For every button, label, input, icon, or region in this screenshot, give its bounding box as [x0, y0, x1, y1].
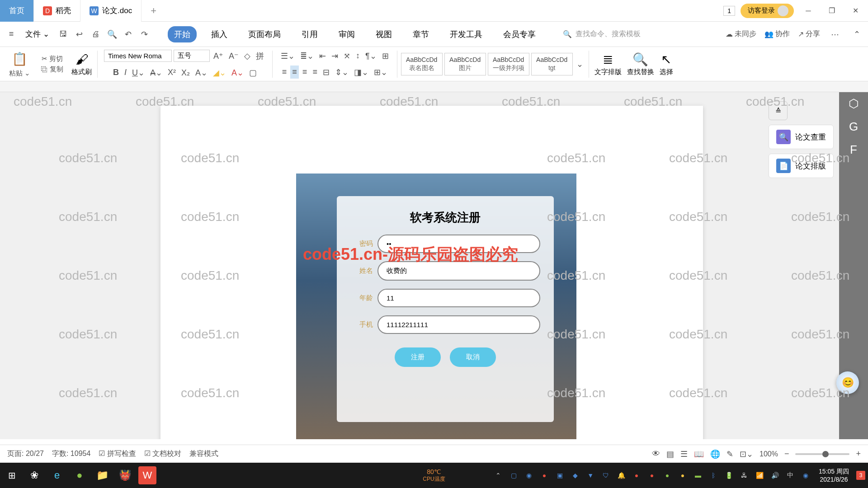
char-border-icon[interactable]: ▢: [247, 66, 259, 80]
side-toggle-button[interactable]: ≙: [769, 101, 788, 120]
copy-button[interactable]: ⿻复制: [39, 64, 65, 75]
start-button[interactable]: ⊞: [3, 466, 21, 484]
tray-battery-icon[interactable]: 🔋: [723, 469, 735, 481]
menu-tab-review[interactable]: 审阅: [332, 26, 361, 42]
taskbar-explorer[interactable]: 📁: [93, 466, 111, 484]
phonetic-icon[interactable]: 拼: [254, 49, 266, 63]
decrease-indent-icon[interactable]: ⇤: [317, 49, 328, 63]
save-icon[interactable]: 🖫: [57, 28, 70, 41]
taskbar-clock[interactable]: 15:05 周四 2021/8/26: [815, 467, 853, 483]
numbering-icon[interactable]: ≣⌄: [298, 49, 316, 63]
increase-indent-icon[interactable]: ⇥: [330, 49, 340, 63]
tray-icon-1[interactable]: ▢: [508, 469, 519, 481]
align-left-icon[interactable]: ≡: [280, 66, 289, 79]
italic-icon[interactable]: I: [123, 66, 128, 79]
tray-icon-9[interactable]: ●: [661, 469, 673, 481]
tray-network-icon[interactable]: 🖧: [738, 469, 750, 481]
more-icon[interactable]: ⋯: [828, 28, 842, 41]
file-menu[interactable]: 文件 ⌄: [21, 27, 54, 41]
menu-tab-chapter[interactable]: 章节: [406, 26, 435, 42]
spell-check-toggle[interactable]: ☑ 拼写检查: [99, 449, 136, 459]
tray-icon-4[interactable]: ▣: [554, 469, 566, 481]
para-mark-icon[interactable]: ¶⌄: [363, 49, 378, 63]
bold-icon[interactable]: B: [111, 66, 121, 79]
clear-format-icon[interactable]: ◇: [242, 49, 252, 63]
tray-icon-2[interactable]: ◉: [523, 469, 535, 481]
ruler[interactable]: [0, 81, 868, 92]
collapse-icon[interactable]: ⌃: [850, 28, 863, 41]
tray-icon-3[interactable]: ●: [538, 469, 550, 481]
right-tool-1[interactable]: ⬡: [849, 97, 859, 111]
tray-icon-5[interactable]: ◆: [569, 469, 581, 481]
tray-shield-icon[interactable]: 🛡: [600, 469, 612, 481]
font-color-icon[interactable]: A⌄: [230, 66, 245, 80]
window-count[interactable]: 1: [723, 6, 735, 16]
style-2[interactable]: AaBbCcDd图片: [444, 53, 486, 75]
style-1[interactable]: AaBbCcDd表名图名: [401, 53, 443, 75]
tab-add-button[interactable]: +: [142, 5, 165, 17]
cut-button[interactable]: ✂剪切: [40, 54, 65, 64]
guest-login-button[interactable]: 访客登录: [741, 4, 794, 18]
asian-layout-icon[interactable]: ⤧: [342, 49, 352, 63]
text-effect-icon[interactable]: A⌄: [193, 66, 209, 80]
find-replace-button[interactable]: 🔍查找替换: [625, 52, 656, 76]
web-view-icon[interactable]: 🌐: [710, 449, 720, 459]
subscript-icon[interactable]: X₂: [179, 66, 192, 80]
undo-icon[interactable]: ↶: [122, 28, 135, 41]
tray-icon-10[interactable]: ●: [677, 469, 689, 481]
font-name-select[interactable]: [104, 50, 172, 62]
superscript-icon[interactable]: X²: [166, 66, 178, 79]
taskbar-ie[interactable]: e: [48, 466, 66, 484]
outline-view-icon[interactable]: ☰: [680, 449, 688, 459]
font-size-select[interactable]: [174, 50, 210, 62]
menu-tab-layout[interactable]: 页面布局: [242, 26, 287, 42]
styles-more-icon[interactable]: ⌄: [575, 57, 585, 71]
underline-icon[interactable]: U⌄: [130, 66, 146, 80]
tray-ime-icon[interactable]: 中: [784, 469, 796, 481]
style-3[interactable]: AaBbCcDd一级并列项: [488, 53, 529, 75]
page-number[interactable]: 页面: 20/27: [7, 449, 44, 459]
sort-icon[interactable]: ↕: [354, 49, 362, 62]
menu-tab-view[interactable]: 视图: [369, 26, 398, 42]
embedded-image[interactable]: 软考系统注册 密码 •• 姓名 收费的 年龄 11 手机 11112211111: [296, 174, 576, 439]
text-layout-button[interactable]: ≣文字排版: [593, 52, 623, 76]
highlight-icon[interactable]: ◢⌄: [211, 66, 228, 80]
zoom-in-button[interactable]: +: [856, 449, 861, 459]
align-justify-icon[interactable]: ≡: [311, 66, 319, 79]
fit-icon[interactable]: ⊡⌄: [740, 449, 753, 459]
tray-icon-12[interactable]: ◉: [800, 469, 811, 481]
tab-daoke[interactable]: D 稻壳: [34, 0, 80, 22]
paper-check-button[interactable]: 🔍 论文查重: [769, 125, 834, 149]
paste-button[interactable]: 粘贴⌄: [7, 68, 32, 79]
style-4[interactable]: AaBbCcDdtgt: [531, 53, 573, 75]
borders-icon[interactable]: ⊞⌄: [372, 66, 389, 79]
tray-icon-7[interactable]: ●: [631, 469, 642, 481]
strikethrough-icon[interactable]: A̶⌄: [148, 66, 164, 80]
tab-document[interactable]: W 论文.doc: [80, 0, 142, 22]
taskbar-app-2[interactable]: 👹: [116, 466, 134, 484]
tray-volume-icon[interactable]: 🔊: [769, 469, 781, 481]
preview-icon[interactable]: 🔍: [105, 28, 119, 41]
tray-wifi-icon[interactable]: 📶: [754, 469, 765, 481]
menu-tab-start[interactable]: 开始: [168, 26, 197, 42]
zoom-slider[interactable]: [795, 453, 849, 455]
floating-assistant[interactable]: 😊: [836, 371, 859, 394]
minimize-button[interactable]: ─: [799, 2, 817, 20]
ink-icon[interactable]: ✎: [726, 449, 733, 459]
taskbar-app-1[interactable]: ❀: [25, 466, 43, 484]
close-button[interactable]: ✕: [846, 2, 864, 20]
tray-icon-8[interactable]: ●: [646, 469, 658, 481]
align-right-icon[interactable]: ≡: [301, 66, 309, 79]
maximize-button[interactable]: ❐: [823, 2, 841, 20]
bullets-icon[interactable]: ☰⌄: [279, 49, 297, 63]
menu-tab-devtools[interactable]: 开发工具: [443, 26, 489, 42]
notification-button[interactable]: 3: [856, 471, 865, 480]
zoom-out-button[interactable]: −: [784, 449, 789, 459]
command-search[interactable]: 🔍 查找命令、搜索模板: [563, 29, 641, 39]
zoom-value[interactable]: 100%: [760, 450, 778, 458]
menu-tab-insert[interactable]: 插入: [205, 26, 234, 42]
line-spacing-icon[interactable]: ⇕⌄: [333, 66, 350, 79]
sync-status[interactable]: ☁未同步: [726, 29, 756, 39]
decrease-font-icon[interactable]: A⁻: [227, 49, 241, 63]
page-view-icon[interactable]: ▤: [666, 449, 674, 459]
